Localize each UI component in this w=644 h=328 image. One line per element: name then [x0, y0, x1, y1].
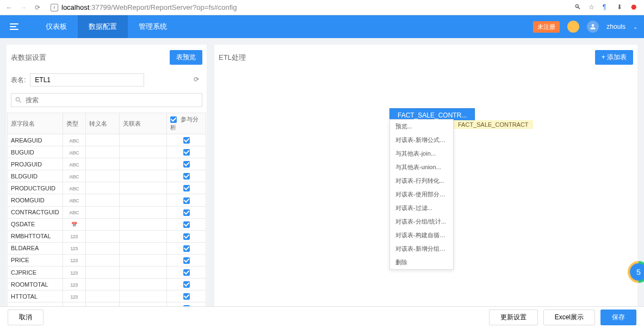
- search-icon[interactable]: 🔍︎: [574, 3, 583, 12]
- extension-icon[interactable]: ⬣: [631, 3, 640, 12]
- star-icon[interactable]: ☆: [589, 3, 597, 12]
- table-row[interactable]: ROOMTOTAL 123: [8, 279, 206, 290]
- field-alias[interactable]: [85, 182, 119, 194]
- field-alias[interactable]: [85, 230, 119, 242]
- table-row[interactable]: CONTRACTGUID ABC: [8, 206, 206, 218]
- col-analysis: 参与分析: [167, 113, 206, 134]
- field-alias[interactable]: [85, 254, 119, 266]
- excel-button[interactable]: Excel展示: [543, 310, 595, 325]
- field-related[interactable]: [119, 267, 166, 279]
- etl-canvas[interactable]: FACT_SALE_CONTR... FACT_SALE_CONTRACT 预览…: [214, 70, 637, 328]
- nav-tab-system[interactable]: 管理系统: [128, 15, 178, 38]
- field-analysis[interactable]: [167, 267, 206, 279]
- field-analysis[interactable]: [167, 230, 206, 242]
- register-button[interactable]: 未注册: [533, 21, 560, 33]
- select-all-checkbox[interactable]: [170, 116, 177, 123]
- field-analysis[interactable]: [167, 182, 206, 194]
- field-related[interactable]: [119, 134, 166, 146]
- reload-button[interactable]: ⟳: [33, 3, 42, 13]
- field-related[interactable]: [119, 170, 166, 182]
- search-input[interactable]: [26, 96, 199, 104]
- field-alias[interactable]: [85, 146, 119, 158]
- field-related[interactable]: [119, 194, 166, 206]
- context-menu-item[interactable]: 对该表-分组/统计...: [390, 215, 453, 228]
- field-analysis[interactable]: [167, 279, 206, 290]
- field-alias[interactable]: [85, 290, 119, 302]
- field-related[interactable]: [119, 206, 166, 218]
- field-related[interactable]: [119, 158, 166, 170]
- avatar[interactable]: [587, 21, 599, 33]
- field-analysis[interactable]: [167, 206, 206, 218]
- paragraph-icon[interactable]: ¶: [603, 3, 611, 12]
- context-menu-item[interactable]: 对该表-过滤...: [390, 201, 453, 215]
- field-alias[interactable]: [85, 134, 119, 146]
- field-related[interactable]: [119, 218, 166, 230]
- table-row[interactable]: BLDAREA 123: [8, 242, 206, 254]
- table-row[interactable]: RMBHTTOTAL 123: [8, 230, 206, 242]
- table-row[interactable]: HTTOTAL 123: [8, 290, 206, 302]
- table-row[interactable]: BUGUID ABC: [8, 146, 206, 158]
- menu-icon[interactable]: [7, 23, 24, 30]
- field-analysis[interactable]: [167, 290, 206, 302]
- field-related[interactable]: [119, 279, 166, 290]
- field-type: ABC: [63, 206, 85, 218]
- nav-tab-dashboard[interactable]: 仪表板: [35, 15, 78, 38]
- cancel-button[interactable]: 取消: [8, 310, 44, 325]
- table-row[interactable]: PROJGUID ABC: [8, 158, 206, 170]
- url-text: localhost:37799/WebReport/ReportServer?o…: [61, 3, 237, 11]
- field-related[interactable]: [119, 230, 166, 242]
- field-analysis[interactable]: [167, 158, 206, 170]
- field-analysis[interactable]: [167, 254, 206, 266]
- footer: 取消 更新设置 Excel展示 保存: [0, 306, 644, 328]
- table-preview-button[interactable]: 表预览: [170, 50, 202, 65]
- back-button[interactable]: ←: [4, 3, 14, 13]
- table-row[interactable]: AREAGUID ABC: [8, 134, 206, 146]
- field-alias[interactable]: [85, 194, 119, 206]
- field-related[interactable]: [119, 254, 166, 266]
- field-analysis[interactable]: [167, 134, 206, 146]
- table-row[interactable]: QSDATE 📅: [8, 218, 206, 230]
- update-button[interactable]: 更新设置: [489, 310, 538, 325]
- field-alias[interactable]: [85, 279, 119, 290]
- context-menu-item[interactable]: 删除: [390, 256, 453, 269]
- add-table-button[interactable]: + 添加表: [595, 50, 633, 65]
- notification-icon[interactable]: [567, 21, 579, 33]
- context-menu-item[interactable]: 对该表-使用部分字段...: [390, 188, 453, 201]
- field-related[interactable]: [119, 242, 166, 254]
- context-menu-item[interactable]: 对该表-新增公式列...: [390, 133, 453, 147]
- context-menu-item[interactable]: 对该表-新增分组列...: [390, 242, 453, 256]
- table-row[interactable]: BLDGUID ABC: [8, 170, 206, 182]
- search-box[interactable]: [11, 93, 202, 107]
- field-analysis[interactable]: [167, 218, 206, 230]
- forward-button[interactable]: →: [18, 3, 28, 13]
- url-bar[interactable]: i localhost:37799/WebReport/ReportServer…: [47, 3, 570, 12]
- field-analysis[interactable]: [167, 170, 206, 182]
- context-menu-item[interactable]: 对该表-行列转化...: [390, 174, 453, 188]
- table-row[interactable]: CJPRICE 123: [8, 267, 206, 279]
- table-name-input[interactable]: [30, 73, 144, 86]
- field-alias[interactable]: [85, 158, 119, 170]
- context-menu-item[interactable]: 预览...: [390, 120, 453, 133]
- table-row[interactable]: PRODUCTGUID ABC: [8, 182, 206, 194]
- context-menu-item[interactable]: 与其他表-union...: [390, 160, 453, 174]
- table-row[interactable]: ROOMGUID ABC: [8, 194, 206, 206]
- field-analysis[interactable]: [167, 146, 206, 158]
- field-alias[interactable]: [85, 170, 119, 182]
- field-alias[interactable]: [85, 267, 119, 279]
- field-related[interactable]: [119, 290, 166, 302]
- field-alias[interactable]: [85, 242, 119, 254]
- user-menu-caret[interactable]: ⌄: [633, 24, 637, 30]
- field-alias[interactable]: [85, 218, 119, 230]
- save-button[interactable]: 保存: [600, 310, 636, 325]
- field-alias[interactable]: [85, 206, 119, 218]
- field-related[interactable]: [119, 146, 166, 158]
- field-related[interactable]: [119, 182, 166, 194]
- context-menu-item[interactable]: 与其他表-join...: [390, 147, 453, 160]
- nav-tab-data-config[interactable]: 数据配置: [78, 15, 128, 38]
- download-icon[interactable]: ⬇: [617, 3, 626, 12]
- field-analysis[interactable]: [167, 194, 206, 206]
- field-analysis[interactable]: [167, 242, 206, 254]
- table-row[interactable]: PRICE 123: [8, 254, 206, 266]
- refresh-icon[interactable]: ⟳: [194, 76, 202, 84]
- context-menu-item[interactable]: 对该表-构建自循环列...: [390, 228, 453, 242]
